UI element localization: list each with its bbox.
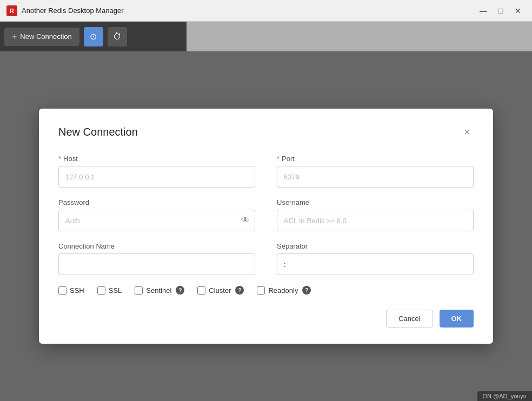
connection-name-label: Connection Name bbox=[58, 242, 255, 250]
host-input[interactable] bbox=[58, 166, 255, 188]
app-toolbar: + New Connection ⊙ ⏱ bbox=[0, 22, 187, 51]
new-connection-dialog: New Connection × *Host *Port bbox=[39, 109, 493, 344]
readonly-label: Readonly bbox=[268, 286, 298, 295]
host-input-wrap bbox=[58, 166, 255, 188]
close-window-button[interactable]: ✕ bbox=[510, 3, 526, 18]
bottom-status-bar: ON @AD_youyu bbox=[477, 391, 532, 401]
ssl-label: SSL bbox=[109, 286, 122, 295]
port-input-wrap bbox=[277, 166, 474, 188]
ok-button[interactable]: OK bbox=[440, 310, 474, 328]
cluster-checkbox[interactable] bbox=[197, 286, 205, 295]
username-input[interactable] bbox=[277, 210, 474, 231]
connection-icon-button[interactable]: ⊙ bbox=[84, 27, 103, 46]
separator-label: Separator bbox=[277, 242, 474, 250]
connection-name-field-group: Connection Name bbox=[58, 242, 255, 275]
sentinel-checkbox-item[interactable]: Sentinel ? bbox=[135, 286, 184, 295]
ssl-checkbox-item[interactable]: SSL bbox=[97, 286, 122, 295]
cancel-button[interactable]: Cancel bbox=[386, 310, 433, 328]
connection-icon: ⊙ bbox=[90, 31, 97, 42]
modal-title: New Connection bbox=[58, 126, 138, 138]
new-connection-button[interactable]: + New Connection bbox=[4, 28, 79, 46]
password-username-row: Password 👁 Username bbox=[58, 198, 474, 231]
ssh-checkbox[interactable] bbox=[58, 286, 66, 295]
app-icon: R bbox=[6, 5, 17, 16]
password-input-wrap: 👁 bbox=[58, 210, 255, 231]
sentinel-label: Sentinel bbox=[146, 286, 171, 295]
password-label: Password bbox=[58, 198, 255, 206]
ssh-checkbox-item[interactable]: SSH bbox=[58, 286, 84, 295]
host-label: *Host bbox=[58, 155, 255, 163]
password-field-group: Password 👁 bbox=[58, 198, 255, 231]
ssh-label: SSH bbox=[70, 286, 84, 295]
cluster-label: Cluster bbox=[209, 286, 231, 295]
username-field-group: Username bbox=[277, 198, 474, 231]
title-bar: R Another Redis Desktop Manager — □ ✕ bbox=[0, 0, 532, 22]
host-field-group: *Host bbox=[58, 155, 255, 188]
separator-field-group: Separator bbox=[277, 242, 474, 275]
bottom-status-text: ON @AD_youyu bbox=[483, 393, 527, 399]
minimize-button[interactable]: — bbox=[476, 3, 491, 18]
host-port-row: *Host *Port bbox=[58, 155, 474, 188]
readonly-checkbox[interactable] bbox=[257, 286, 265, 295]
port-label: *Port bbox=[277, 155, 474, 163]
app-title: Another Redis Desktop Manager bbox=[22, 6, 476, 15]
separator-input-wrap bbox=[277, 253, 474, 275]
new-connection-label: New Connection bbox=[20, 32, 71, 41]
sentinel-checkbox[interactable] bbox=[135, 286, 143, 295]
toggle-password-icon[interactable]: 👁 bbox=[241, 216, 250, 225]
readonly-checkbox-item[interactable]: Readonly ? bbox=[257, 286, 311, 295]
connection-name-input[interactable] bbox=[58, 253, 255, 275]
connection-name-input-wrap bbox=[58, 253, 255, 275]
modal-header: New Connection × bbox=[58, 125, 474, 139]
separator-input[interactable] bbox=[277, 253, 474, 275]
sentinel-help-icon[interactable]: ? bbox=[176, 286, 184, 295]
username-label: Username bbox=[277, 198, 474, 206]
readonly-help-icon[interactable]: ? bbox=[302, 286, 311, 295]
modal-overlay: New Connection × *Host *Port bbox=[0, 51, 532, 401]
port-field-group: *Port bbox=[277, 155, 474, 188]
password-input[interactable] bbox=[58, 210, 255, 231]
connname-separator-row: Connection Name Separator bbox=[58, 242, 474, 275]
modal-close-button[interactable]: × bbox=[461, 125, 474, 139]
ssl-checkbox[interactable] bbox=[97, 286, 105, 295]
history-icon: ⏱ bbox=[113, 32, 122, 42]
cluster-help-icon[interactable]: ? bbox=[235, 286, 244, 295]
modal-footer: Cancel OK bbox=[58, 310, 474, 328]
port-input[interactable] bbox=[277, 166, 474, 188]
cluster-checkbox-item[interactable]: Cluster ? bbox=[197, 286, 244, 295]
checkboxes-row: SSH SSL Sentinel ? Cluster ? Readonly ? bbox=[58, 286, 474, 295]
maximize-button[interactable]: □ bbox=[493, 3, 508, 18]
history-icon-button[interactable]: ⏱ bbox=[108, 27, 127, 46]
username-input-wrap bbox=[277, 210, 474, 231]
window-controls: — □ ✕ bbox=[476, 3, 526, 18]
plus-icon: + bbox=[12, 32, 17, 42]
